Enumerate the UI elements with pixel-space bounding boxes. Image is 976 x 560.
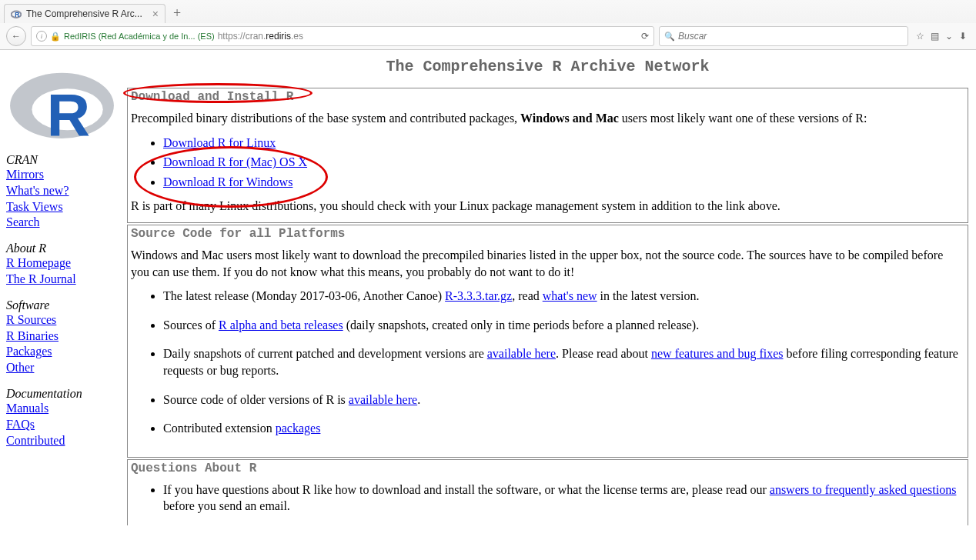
list-item: Daily snapshots of current patched and d…	[163, 345, 964, 378]
back-button[interactable]: ←	[6, 26, 26, 46]
reader-icon[interactable]: ▤	[931, 31, 939, 42]
sidebar-link-packages[interactable]: Packages	[6, 344, 121, 360]
link-newfeatures[interactable]: new features and bug fixes	[651, 347, 784, 360]
sidebar-link-rsources[interactable]: R Sources	[6, 312, 121, 328]
list-item: Download R for Linux	[163, 135, 964, 152]
page: R CRAN Mirrors What's new? Task Views Se…	[0, 50, 976, 527]
box-body: If you have questions about R like how t…	[128, 480, 968, 525]
sidebar-heading: Documentation	[6, 387, 121, 401]
sidebar-group-cran: CRAN Mirrors What's new? Task Views Sear…	[6, 153, 121, 231]
link-tarball[interactable]: R-3.3.3.tar.gz	[445, 289, 512, 302]
close-icon[interactable]: ×	[152, 8, 159, 20]
box-heading: Questions About R	[128, 460, 968, 480]
link-download-windows[interactable]: Download R for Windows	[163, 175, 292, 188]
link-download-mac[interactable]: Download R for (Mac) OS X	[163, 155, 307, 168]
svg-text:R: R	[47, 81, 90, 144]
tab-bar: R The Comprehensive R Arc... × +	[0, 0, 976, 23]
box-questions: Questions About R If you have questions …	[127, 459, 968, 525]
sidebar: R CRAN Mirrors What's new? Task Views Se…	[0, 50, 127, 527]
lock-icon: 🔒	[50, 32, 61, 42]
sidebar-link-faqs[interactable]: FAQs	[6, 417, 121, 433]
intro-text: Precompiled binary distributions of the …	[131, 110, 964, 127]
site-identity: RedIRIS (Red Académica y de In... (ES)	[64, 32, 215, 41]
new-tab-button[interactable]: +	[167, 4, 187, 23]
box-body: Precompiled binary distributions of the …	[128, 108, 968, 222]
page-title: The Comprehensive R Archive Network	[127, 58, 968, 75]
link-older-versions[interactable]: available here	[349, 393, 417, 406]
sidebar-link-contributed[interactable]: Contributed	[6, 433, 121, 449]
sidebar-link-rjournal[interactable]: The R Journal	[6, 272, 121, 288]
search-input[interactable]	[678, 31, 903, 42]
box-download-install: Download and Install R Precompiled binar…	[127, 88, 968, 223]
url-text: https://cran.rediris.es	[218, 31, 303, 42]
source-list: The latest release (Monday 2017-03-06, A…	[131, 288, 964, 437]
sidebar-link-rbinaries[interactable]: R Binaries	[6, 328, 121, 345]
info-icon[interactable]: i	[36, 31, 47, 42]
link-faq[interactable]: answers to frequently asked questions	[770, 483, 957, 496]
list-item: Contributed extension packages	[163, 420, 964, 437]
sidebar-group-about: About R R Homepage The R Journal	[6, 242, 121, 288]
sidebar-link-taskviews[interactable]: Task Views	[6, 199, 121, 215]
download-links: Download R for Linux Download R for (Mac…	[131, 135, 964, 191]
browser-chrome: R The Comprehensive R Arc... × + ← i 🔒 R…	[0, 0, 976, 50]
tab-title: The Comprehensive R Arc...	[26, 8, 148, 19]
box-heading: Download and Install R	[128, 88, 968, 108]
bookmark-star-icon[interactable]: ☆	[916, 31, 924, 42]
toolbar-icons: ☆ ▤ ⌄ ⬇	[913, 31, 970, 42]
pocket-icon[interactable]: ⌄	[945, 31, 953, 42]
list-item: Download R for (Mac) OS X	[163, 154, 964, 171]
main-content: The Comprehensive R Archive Network Down…	[127, 50, 976, 527]
reload-icon[interactable]: ⟳	[641, 31, 649, 42]
box-source-code: Source Code for all Platforms Windows an…	[127, 225, 968, 458]
outro-text: R is part of many Linux distributions, y…	[131, 198, 964, 215]
list-item: Source code of older versions of R is av…	[163, 392, 964, 408]
sidebar-heading: CRAN	[6, 153, 121, 167]
sidebar-link-search[interactable]: Search	[6, 215, 121, 231]
link-whatsnew[interactable]: what's new	[543, 289, 597, 302]
sidebar-heading: About R	[6, 242, 121, 255]
link-download-linux[interactable]: Download R for Linux	[163, 136, 276, 149]
toolbar: ← i 🔒 RedIRIS (Red Académica y de In... …	[0, 23, 976, 49]
list-item: The latest release (Monday 2017-03-06, A…	[163, 288, 964, 305]
download-icon[interactable]: ⬇	[959, 31, 967, 42]
sidebar-group-software: Software R Sources R Binaries Packages O…	[6, 298, 121, 376]
list-item: Sources of R alpha and beta releases (da…	[163, 317, 964, 334]
link-alpha-beta[interactable]: R alpha and beta releases	[219, 318, 343, 332]
sidebar-link-mirrors[interactable]: Mirrors	[6, 167, 121, 183]
sidebar-link-manuals[interactable]: Manuals	[6, 401, 121, 417]
list-item: If you have questions about R like how t…	[163, 482, 964, 515]
search-icon: 🔍	[664, 32, 675, 42]
intro-text: Windows and Mac users most likely want t…	[131, 247, 964, 280]
svg-text:R: R	[15, 11, 19, 18]
url-bar[interactable]: i 🔒 RedIRIS (Red Académica y de In... (E…	[31, 26, 654, 46]
box-heading: Source Code for all Platforms	[128, 225, 968, 245]
browser-tab[interactable]: R The Comprehensive R Arc... ×	[4, 4, 165, 23]
faq-list: If you have questions about R like how t…	[131, 482, 964, 515]
sidebar-heading: Software	[6, 298, 121, 312]
box-body: Windows and Mac users most likely want t…	[128, 245, 968, 457]
sidebar-link-other[interactable]: Other	[6, 360, 121, 376]
link-snapshots[interactable]: available here	[487, 347, 556, 360]
search-bar[interactable]: 🔍	[659, 26, 908, 46]
r-favicon: R	[11, 8, 22, 19]
sidebar-link-whatsnew[interactable]: What's new?	[6, 183, 121, 199]
r-logo: R	[6, 59, 121, 147]
link-packages[interactable]: packages	[276, 422, 321, 435]
sidebar-link-rhomepage[interactable]: R Homepage	[6, 255, 121, 272]
sidebar-group-doc: Documentation Manuals FAQs Contributed	[6, 387, 121, 448]
list-item: Download R for Windows	[163, 174, 964, 191]
